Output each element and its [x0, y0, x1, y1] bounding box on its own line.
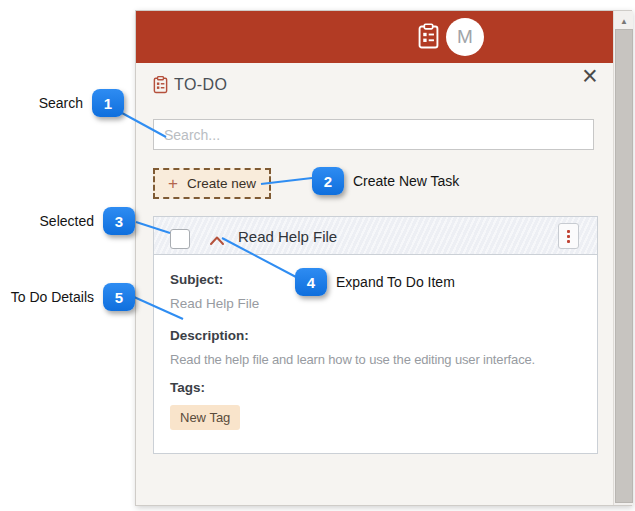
- callout-todo-details: To Do Details 5: [0, 283, 135, 311]
- callout-label: Search: [39, 95, 83, 111]
- scrollbar[interactable]: ▲: [613, 11, 633, 505]
- description-value: Read the help file and learn how to use …: [170, 352, 581, 367]
- page-title: TO-DO: [174, 76, 227, 94]
- todo-panel: M ▲ × TO-DO + Create new: [135, 10, 632, 506]
- subject-value: Read Help File: [170, 296, 581, 311]
- callout-label: Expand To Do Item: [336, 274, 455, 290]
- callout-badge-2[interactable]: 2: [312, 167, 344, 195]
- panel-header-bar: M: [136, 11, 613, 63]
- tags-label: Tags:: [170, 380, 581, 395]
- task-checkbox[interactable]: [170, 229, 190, 249]
- todo-item-card: Read Help File Subject: Read Help File D…: [153, 216, 598, 454]
- scrollbar-thumb[interactable]: [615, 29, 633, 503]
- todo-item-header[interactable]: Read Help File: [154, 217, 597, 255]
- kebab-menu-icon: [567, 230, 570, 233]
- description-label: Description:: [170, 328, 581, 343]
- plus-icon: +: [168, 175, 178, 192]
- panel-title-row: TO-DO: [153, 76, 227, 94]
- avatar[interactable]: M: [446, 18, 484, 56]
- clipboard-icon[interactable]: [418, 23, 439, 50]
- callout-badge-1[interactable]: 1: [92, 89, 124, 117]
- callout-badge-4[interactable]: 4: [295, 268, 327, 296]
- callout-badge-3[interactable]: 3: [103, 207, 135, 235]
- help-screenshot: M ▲ × TO-DO + Create new: [0, 0, 635, 511]
- tag-chip[interactable]: New Tag: [170, 405, 240, 430]
- callout-label: Create New Task: [353, 173, 459, 189]
- todo-clipboard-icon: [153, 76, 168, 94]
- callout-expand-todo-item: 4 Expand To Do Item: [295, 268, 455, 296]
- scroll-up-icon[interactable]: ▲: [614, 13, 634, 29]
- callout-badge-5[interactable]: 5: [103, 283, 135, 311]
- kebab-menu-button[interactable]: [558, 223, 579, 249]
- task-title: Read Help File: [238, 228, 337, 245]
- search-input[interactable]: [153, 119, 594, 150]
- create-new-button[interactable]: + Create new: [153, 168, 271, 199]
- callout-label: Selected: [40, 213, 94, 229]
- callout-create-new-task: 2 Create New Task: [312, 167, 459, 195]
- callout-selected: Selected 3: [0, 207, 135, 235]
- chevron-up-icon[interactable]: [209, 232, 225, 243]
- callout-search: Search 1: [0, 89, 124, 117]
- close-icon[interactable]: ×: [576, 63, 604, 91]
- callout-label: To Do Details: [11, 289, 94, 305]
- create-new-label: Create new: [187, 176, 256, 191]
